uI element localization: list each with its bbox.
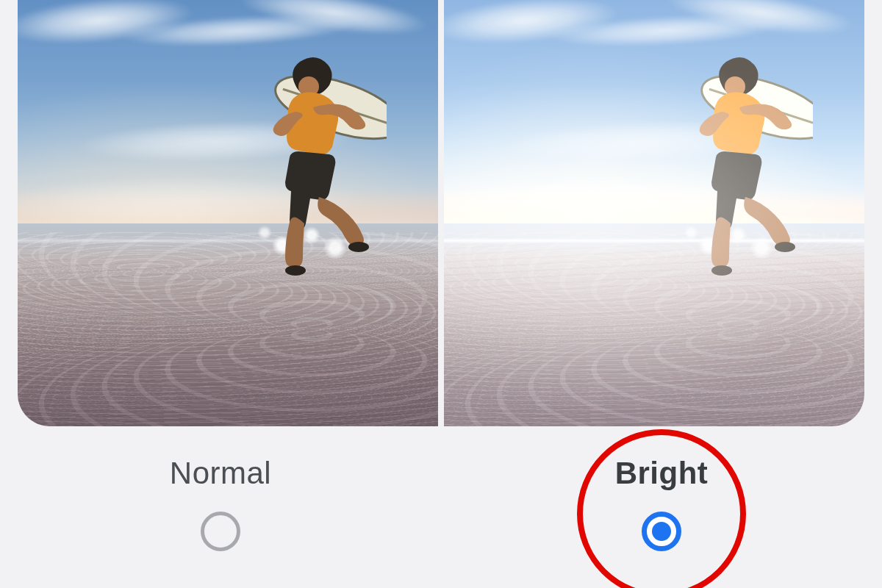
preview-image-normal — [18, 0, 438, 426]
radio-checked-icon[interactable] — [642, 512, 681, 551]
preview-image-bright — [444, 0, 864, 426]
option-bright[interactable]: Bright — [441, 426, 882, 588]
bright-overlay — [444, 0, 864, 426]
preview-images-row — [18, 0, 864, 426]
svg-point-4 — [348, 242, 369, 252]
radio-unchecked-icon[interactable] — [201, 512, 240, 551]
brightness-options-row: Normal Bright — [0, 426, 882, 588]
surfer-icon — [225, 41, 387, 291]
option-label: Normal — [170, 456, 271, 491]
annotation-circle-icon — [577, 429, 746, 588]
option-label: Bright — [615, 456, 709, 491]
option-normal[interactable]: Normal — [0, 426, 441, 588]
svg-point-5 — [285, 265, 306, 276]
